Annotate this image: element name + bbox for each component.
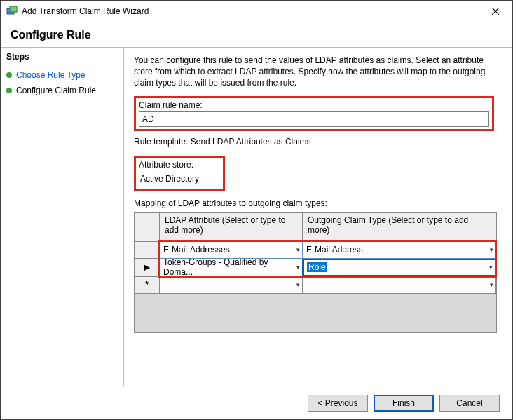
chevron-down-icon: ▾ xyxy=(296,264,300,271)
chevron-down-icon: ▾ xyxy=(490,281,493,288)
main-pane: You can configure this rule to send the … xyxy=(124,48,512,386)
cell-value: E-Mail-Addresses xyxy=(163,245,230,255)
wizard-window: Add Transform Claim Rule Wizard Configur… xyxy=(0,0,513,420)
step-choose-rule-type[interactable]: Choose Rule Type xyxy=(6,67,118,83)
step-label: Configure Claim Rule xyxy=(16,86,96,95)
ldap-attribute-cell[interactable]: E-Mail-Addresses ▾ xyxy=(160,241,303,259)
grid-row-marker[interactable] xyxy=(135,241,160,259)
grid-header-row-selector xyxy=(135,213,160,241)
attribute-store-group: Attribute store: Active Directory xyxy=(134,156,494,191)
cell-value: E-Mail Address xyxy=(306,245,363,255)
claim-rule-name-group: Claim rule name: xyxy=(134,96,494,131)
grid-row: E-Mail-Addresses ▾ E-Mail Address ▾ xyxy=(135,241,496,259)
cell-value: Role xyxy=(307,262,327,272)
step-configure-claim-rule[interactable]: Configure Claim Rule xyxy=(6,83,118,98)
grid-body: E-Mail-Addresses ▾ E-Mail Address ▾ ▶ To… xyxy=(135,241,496,294)
ldap-attribute-cell[interactable]: Token-Groups - Qualified by Doma... ▾ xyxy=(160,259,303,276)
grid-row-marker[interactable]: * xyxy=(135,276,160,294)
cell-value: Token-Groups - Qualified by Doma... xyxy=(163,259,299,276)
grid-header-outgoing-claim: Outgoing Claim Type (Select or type to a… xyxy=(303,213,496,241)
chevron-down-icon: ▾ xyxy=(490,246,493,253)
outgoing-claim-cell[interactable]: ▾ xyxy=(303,276,496,294)
outgoing-claim-cell[interactable]: E-Mail Address ▾ xyxy=(303,241,496,259)
svg-rect-1 xyxy=(10,6,17,12)
grid-row-marker[interactable]: ▶ xyxy=(135,259,160,276)
app-icon xyxy=(6,6,18,17)
highlight-claim-rule-name: Claim rule name: xyxy=(134,96,494,131)
attribute-store-label: Attribute store: xyxy=(139,160,220,170)
title-bar: Add Transform Claim Rule Wizard xyxy=(1,1,512,22)
outgoing-claim-cell[interactable]: Role ▾ xyxy=(303,259,496,276)
grid-header-row: LDAP Attribute (Select or type to add mo… xyxy=(135,213,496,241)
step-bullet-icon xyxy=(6,72,12,78)
claim-rule-name-label: Claim rule name: xyxy=(139,100,489,110)
step-label: Choose Rule Type xyxy=(16,70,86,80)
body: Steps Choose Rule Type Configure Claim R… xyxy=(1,48,512,386)
finish-button[interactable]: Finish xyxy=(374,395,434,412)
instruction-text: You can configure this rule to send the … xyxy=(134,55,494,89)
claim-rule-name-input[interactable] xyxy=(139,111,489,127)
close-button[interactable] xyxy=(481,1,509,21)
chevron-down-icon: ▾ xyxy=(296,246,300,253)
wizard-footer: < Previous Finish Cancel xyxy=(1,386,512,419)
highlight-attribute-store: Attribute store: Active Directory xyxy=(134,156,225,191)
mapping-grid: LDAP Attribute (Select or type to add mo… xyxy=(134,212,497,333)
previous-button[interactable]: < Previous xyxy=(308,395,368,412)
steps-label: Steps xyxy=(6,52,118,62)
cancel-button[interactable]: Cancel xyxy=(439,395,500,412)
attribute-store-selected-text: Active Directory xyxy=(139,171,220,187)
ldap-attribute-cell[interactable]: ▾ xyxy=(160,276,303,294)
grid-header-ldap-attribute: LDAP Attribute (Select or type to add mo… xyxy=(160,213,303,241)
mapping-label: Mapping of LDAP attributes to outgoing c… xyxy=(134,198,494,208)
window-title: Add Transform Claim Rule Wizard xyxy=(22,6,481,16)
grid-row: * ▾ ▾ xyxy=(135,276,496,294)
rule-template-text: Rule template: Send LDAP Attributes as C… xyxy=(134,137,494,147)
step-bullet-icon xyxy=(6,88,12,93)
page-header: Configure Rule xyxy=(1,22,512,48)
grid-row: ▶ Token-Groups - Qualified by Doma... ▾ … xyxy=(135,259,496,276)
chevron-down-icon: ▾ xyxy=(489,264,493,271)
steps-sidebar: Steps Choose Rule Type Configure Claim R… xyxy=(1,48,124,386)
chevron-down-icon: ▾ xyxy=(296,281,300,288)
